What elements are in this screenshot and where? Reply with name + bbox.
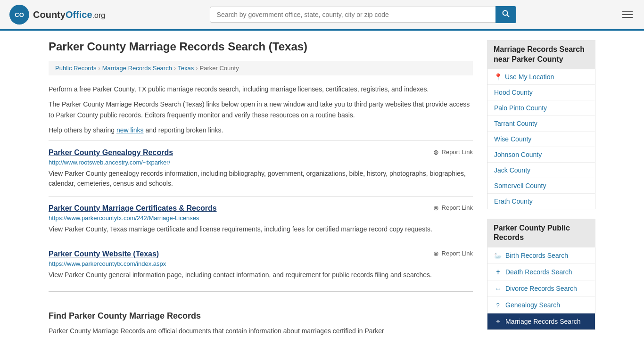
somervell-county-link[interactable]: Somervell County xyxy=(487,178,595,193)
report-icon-2: ⊗ xyxy=(433,204,439,212)
marriage-icon: ⚭ xyxy=(494,318,502,325)
jack-county-link[interactable]: Jack County xyxy=(487,163,595,178)
result-card-3: Parker County Website (Texas) ⊗ Report L… xyxy=(49,242,473,288)
breadcrumb-parker-county: Parker County xyxy=(200,65,239,72)
result-url-1: http://www.rootsweb.ancestry.com/~txpark… xyxy=(49,159,473,166)
result-desc-1: View Parker County genealogy records inf… xyxy=(49,169,473,189)
page-title: Parker County Marriage Records Search (T… xyxy=(49,40,473,53)
sidebar-item-somervell-county[interactable]: Somervell County xyxy=(487,178,595,194)
result-url-3: https://www.parkercountytx.com/index.asp… xyxy=(49,260,473,267)
find-heading: Find Parker County Marriage Records xyxy=(49,311,473,321)
find-desc: Parker County Marriage Records are offic… xyxy=(49,326,473,336)
report-icon-1: ⊗ xyxy=(433,148,439,156)
hood-county-link[interactable]: Hood County xyxy=(487,85,595,100)
result-title-3: Parker County Website (Texas) xyxy=(49,250,159,258)
sidebar: Marriage Records Search near Parker Coun… xyxy=(487,40,595,344)
divorce-icon: ↔ xyxy=(494,285,502,292)
result-link-2[interactable]: Parker County Marriage Certificates & Re… xyxy=(49,204,217,212)
svg-line-3 xyxy=(507,15,509,17)
search-button[interactable] xyxy=(495,6,516,23)
johnson-county-link[interactable]: Johnson County xyxy=(487,147,595,162)
sidebar-death-records[interactable]: ✝ Death Records Search xyxy=(487,264,595,280)
report-link-2[interactable]: ⊗ Report Link xyxy=(433,204,473,212)
result-card-1: Parker County Genealogy Records ⊗ Report… xyxy=(49,140,473,196)
sidebar-item-tarrant-county[interactable]: Tarrant County xyxy=(487,116,595,132)
genealogy-icon: ? xyxy=(494,302,502,309)
search-input[interactable] xyxy=(210,7,495,23)
main-container: Parker County Marriage Records Search (T… xyxy=(39,31,605,353)
svg-point-2 xyxy=(503,11,507,16)
birth-icon: 🦢 xyxy=(494,252,502,259)
sidebar-item-wise-county[interactable]: Wise County xyxy=(487,132,595,147)
sidebar-records-list: 🦢 Birth Records Search ✝ Death Records S… xyxy=(487,247,595,330)
sidebar-genealogy-search[interactable]: ? Genealogy Search xyxy=(487,297,595,313)
marriage-records-link[interactable]: ⚭ Marriage Records Search xyxy=(487,313,595,329)
genealogy-search-link[interactable]: ? Genealogy Search xyxy=(487,297,595,313)
sidebar-nearby-list: 📍 Use My Location Hood County Palo Pinto… xyxy=(487,69,595,209)
description-para3: Help others by sharing new links and rep… xyxy=(49,125,473,135)
breadcrumb-public-records[interactable]: Public Records xyxy=(55,65,96,72)
logo-icon: CO xyxy=(9,5,29,25)
sidebar-item-erath-county[interactable]: Erath County xyxy=(487,194,595,209)
result-url-2: https://www.parkercountytx.com/242/Marri… xyxy=(49,214,473,222)
death-records-link[interactable]: ✝ Death Records Search xyxy=(487,264,595,280)
report-icon-3: ⊗ xyxy=(433,250,439,257)
breadcrumb: Public Records › Marriage Records Search… xyxy=(49,61,473,75)
sidebar-public-records-section: Parker County Public Records 🦢 Birth Rec… xyxy=(487,219,595,330)
breadcrumb-marriage-records-search[interactable]: Marriage Records Search xyxy=(102,65,172,72)
sidebar-birth-records[interactable]: 🦢 Birth Records Search xyxy=(487,247,595,264)
sidebar-item-jack-county[interactable]: Jack County xyxy=(487,163,595,178)
find-section: Find Parker County Marriage Records Park… xyxy=(49,291,473,344)
result-desc-3: View Parker County general information p… xyxy=(49,270,473,280)
sidebar-item-johnson-county[interactable]: Johnson County xyxy=(487,147,595,163)
report-link-1[interactable]: ⊗ Report Link xyxy=(433,148,473,156)
logo-text: CountyOffice.org xyxy=(33,9,105,20)
new-links-link[interactable]: new links xyxy=(116,126,144,134)
sidebar-item-hood-county[interactable]: Hood County xyxy=(487,85,595,100)
content-area: Parker County Marriage Records Search (T… xyxy=(49,40,473,344)
header: CO CountyOffice.org xyxy=(0,0,644,31)
sidebar-nearby-section: Marriage Records Search near Parker Coun… xyxy=(487,40,595,209)
birth-records-link[interactable]: 🦢 Birth Records Search xyxy=(487,247,595,263)
logo-area: CO CountyOffice.org xyxy=(9,5,105,25)
palo-pinto-county-link[interactable]: Palo Pinto County xyxy=(487,100,595,115)
hamburger-menu-button[interactable] xyxy=(620,9,635,20)
divorce-records-link[interactable]: ↔ Divorce Records Search xyxy=(487,280,595,296)
location-pin-icon: 📍 xyxy=(494,73,502,81)
result-title-1: Parker County Genealogy Records xyxy=(49,148,173,157)
description-para2: The Parker County Marriage Records Searc… xyxy=(49,99,473,120)
description-para1: Perform a free Parker County, TX public … xyxy=(49,84,473,94)
result-card-2: Parker County Marriage Certificates & Re… xyxy=(49,196,473,242)
report-link-3[interactable]: ⊗ Report Link xyxy=(433,250,473,257)
death-icon: ✝ xyxy=(494,269,502,276)
sidebar-divorce-records[interactable]: ↔ Divorce Records Search xyxy=(487,280,595,297)
sidebar-marriage-records[interactable]: ⚭ Marriage Records Search xyxy=(487,313,595,329)
use-location-link[interactable]: 📍 Use My Location xyxy=(487,69,595,84)
svg-text:CO: CO xyxy=(15,11,24,18)
sidebar-item-palo-pinto-county[interactable]: Palo Pinto County xyxy=(487,100,595,116)
erath-county-link[interactable]: Erath County xyxy=(487,194,595,209)
sidebar-use-location[interactable]: 📍 Use My Location xyxy=(487,69,595,85)
search-area xyxy=(210,6,516,23)
wise-county-link[interactable]: Wise County xyxy=(487,132,595,147)
breadcrumb-texas[interactable]: Texas xyxy=(178,65,194,72)
result-title-2: Parker County Marriage Certificates & Re… xyxy=(49,204,217,213)
result-link-3[interactable]: Parker County Website (Texas) xyxy=(49,250,159,258)
sidebar-nearby-heading: Marriage Records Search near Parker Coun… xyxy=(487,40,595,69)
result-desc-2: View Parker County, Texas marriage certi… xyxy=(49,224,473,234)
result-link-1[interactable]: Parker County Genealogy Records xyxy=(49,148,173,156)
tarrant-county-link[interactable]: Tarrant County xyxy=(487,116,595,131)
sidebar-public-records-heading: Parker County Public Records xyxy=(487,219,595,248)
